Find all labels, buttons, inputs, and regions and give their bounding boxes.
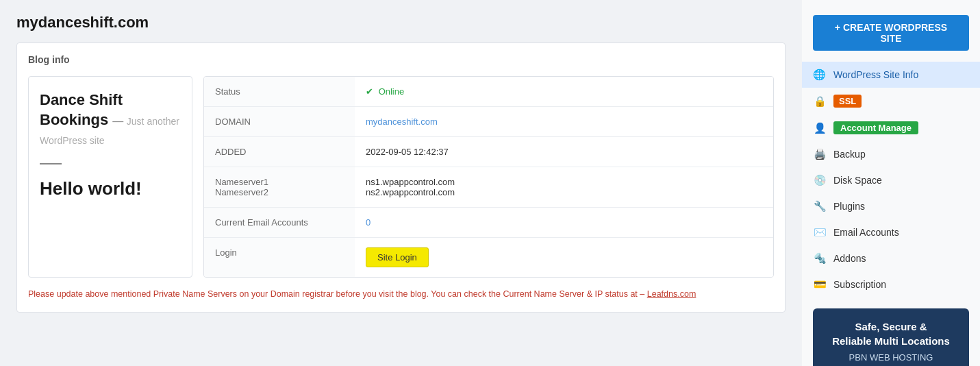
site-hello: Hello world! [40, 178, 181, 199]
sidebar-item-label: Backup [833, 149, 866, 160]
account-icon: 👤 [813, 122, 827, 134]
row-label-status: Status [204, 77, 355, 106]
row-label-added: ADDED [204, 137, 355, 167]
sidebar-ad-banner: Safe, Secure & Reliable Multi Locations … [813, 308, 969, 366]
email-icon: ✉️ [813, 226, 827, 239]
ssl-icon: 🔒 [813, 95, 827, 108]
sidebar-item-subscription[interactable]: 💳 Subscription [802, 271, 980, 297]
table-row: Nameserver1 Nameserver2 ns1.wpappcontrol… [204, 167, 773, 208]
sidebar-item-backup[interactable]: 🖨️ Backup [802, 141, 980, 167]
site-preview: Dance Shift Bookings — Just another Word… [28, 76, 192, 278]
row-value-login: Site Login [355, 238, 773, 277]
account-manage-badge: Account Manage [833, 121, 918, 134]
ad-brand-label: PBN WEB HOSTING [824, 352, 958, 363]
row-value-added: 2022-09-05 12:42:37 [355, 137, 773, 167]
wordpress-icon: 🌐 [813, 69, 827, 81]
row-label-email-accounts: Current Email Accounts [204, 208, 355, 237]
sidebar-item-ssl[interactable]: 🔒 SSL [802, 88, 980, 114]
sidebar-item-disk-space[interactable]: 💿 Disk Space [802, 167, 980, 193]
online-icon: ✔ [366, 86, 373, 97]
sidebar-item-addons[interactable]: 🔩 Addons [802, 245, 980, 271]
site-divider [40, 163, 62, 164]
row-label-nameservers: Nameserver1 Nameserver2 [204, 167, 355, 207]
table-row: DOMAIN mydanceshift.com [204, 107, 773, 137]
sidebar-item-label: WordPress Site Info [833, 69, 918, 80]
sidebar-item-plugins[interactable]: 🔧 Plugins [802, 193, 980, 219]
info-table: Status ✔ Online DOMAIN mydanceshift.com … [203, 76, 774, 278]
blog-info-header: Blog info [28, 54, 774, 65]
notice-text: Please update above mentioned Private Na… [28, 287, 774, 301]
leafdns-link[interactable]: Leafdns.com [647, 289, 696, 299]
backup-icon: 🖨️ [813, 148, 827, 160]
sidebar-item-wordpress-site-info[interactable]: 🌐 WordPress Site Info [802, 62, 980, 88]
site-title: Dance Shift Bookings — Just another Word… [40, 90, 181, 149]
subscription-icon: 💳 [813, 278, 827, 291]
create-wordpress-button[interactable]: + CREATE WORDPRESS SITE [813, 15, 969, 51]
row-label-domain: DOMAIN [204, 107, 355, 136]
ad-title: Safe, Secure & Reliable Multi Locations [824, 319, 958, 348]
table-row: Current Email Accounts 0 [204, 208, 773, 238]
row-label-login: Login [204, 238, 355, 277]
sidebar-item-label: Addons [833, 253, 866, 264]
page-title: mydanceshift.com [16, 14, 786, 32]
ssl-badge: SSL [833, 95, 862, 108]
table-row: ADDED 2022-09-05 12:42:37 [204, 137, 773, 167]
blog-info-card: Blog info Dance Shift Bookings — Just an… [16, 42, 786, 313]
sidebar-item-label: Email Accounts [833, 227, 899, 238]
sidebar: + CREATE WORDPRESS SITE 🌐 WordPress Site… [802, 0, 980, 366]
sidebar-item-label: Plugins [833, 201, 865, 212]
table-row: Status ✔ Online [204, 77, 773, 107]
sidebar-item-label: Disk Space [833, 175, 882, 186]
row-value-email-accounts: 0 [355, 208, 773, 237]
row-value-status: ✔ Online [355, 77, 773, 106]
sidebar-item-account-manage[interactable]: 👤 Account Manage [802, 114, 980, 141]
addons-icon: 🔩 [813, 252, 827, 265]
sidebar-item-label: Subscription [833, 279, 886, 290]
disk-icon: 💿 [813, 174, 827, 186]
row-value-nameservers: ns1.wpappcontrol.com ns2.wpappcontrol.co… [355, 167, 773, 207]
table-row: Login Site Login [204, 238, 773, 277]
sidebar-item-email-accounts[interactable]: ✉️ Email Accounts [802, 219, 980, 245]
row-value-domain[interactable]: mydanceshift.com [355, 107, 773, 136]
plugins-icon: 🔧 [813, 200, 827, 212]
site-login-button[interactable]: Site Login [366, 247, 429, 267]
